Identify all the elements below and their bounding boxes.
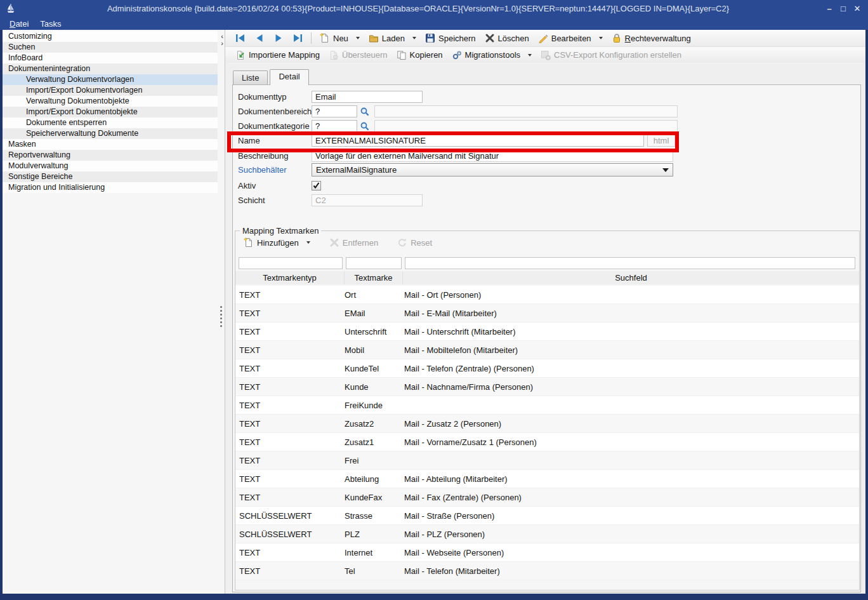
suchbehaelter-dropdown[interactable]: ExternalMailSignature [312, 163, 673, 177]
migrationstools-button[interactable]: Migrationstools [447, 49, 536, 62]
filter-suchfeld-input[interactable] [405, 257, 855, 269]
dropdown-caret-icon[interactable] [356, 37, 360, 39]
sidebar-item-dokumentenintegration[interactable]: Dokumentenintegration [3, 63, 218, 74]
dropdown-caret-icon[interactable] [412, 37, 416, 39]
column-header-textmarke[interactable]: Textmarke [345, 271, 403, 284]
table-row[interactable]: TEXTAbteilungMail - Abteilung (Mitarbeit… [235, 470, 859, 488]
dokumentenbereich-field[interactable]: ? [312, 105, 357, 117]
table-row[interactable]: SCHLÜSSELWERTStrasseMail - Straße (Perso… [235, 507, 859, 525]
nav-last-button[interactable] [288, 32, 307, 44]
loeschen-button[interactable]: Löschen [480, 32, 534, 44]
menu-item-datei[interactable]: Datei [4, 18, 34, 30]
mapping-textmarken-group: Mapping Textmarken HinzufügenEntfernenRe… [235, 230, 860, 590]
table-row[interactable]: TEXTUnterschriftMail - Unterschrift (Mit… [235, 323, 859, 341]
table-row[interactable]: TEXTFrei [235, 451, 859, 470]
table-row[interactable]: TEXTFreiKunde [235, 396, 859, 415]
sidebar-nav-list: CustomizingSuchenInfoBoardDokumenteninte… [3, 31, 218, 193]
lookup-magnifier-icon[interactable] [360, 107, 370, 117]
hinzufuegen-button[interactable]: Hinzufügen [239, 236, 315, 249]
sidebar-item-suchen[interactable]: Suchen [3, 42, 218, 53]
add-doc-icon [244, 237, 254, 248]
nav-prev-button[interactable] [250, 32, 269, 44]
dokumenttyp-field[interactable]: Email [312, 91, 423, 103]
form-row-name: Name EXTERNALMAILSIGNATURE html [238, 134, 675, 147]
kopieren-button[interactable]: Kopieren [392, 49, 447, 62]
toolbar-button-label: Importiere Mapping [249, 50, 320, 60]
toolbar-button-label: Entfernen [343, 238, 378, 248]
table-row[interactable]: TEXTTelMail - Telefon (Mitarbeiter) [235, 562, 859, 580]
sidebar-item-masken[interactable]: Masken [3, 139, 218, 150]
nav-prev-icon [254, 33, 265, 43]
table-row[interactable]: TEXTKundeTelMail - Telefon (Zentrale) (P… [235, 359, 859, 378]
splitter-handle[interactable] [219, 304, 223, 329]
sidebar-item-dokumente-entsperren[interactable]: Dokumente entsperren [3, 117, 218, 128]
sidebar-item-modulverwaltung[interactable]: Modulverwaltung [3, 161, 218, 171]
textmarkentyp-cell: TEXT [235, 309, 345, 318]
tab-liste[interactable]: Liste [233, 70, 268, 84]
form-row-aktiv: Aktiv [238, 179, 321, 192]
sidebar-item-reportverwaltung[interactable]: Reportverwaltung [3, 150, 218, 161]
filter-textmarke-input[interactable] [346, 257, 402, 269]
dokumenttyp-label: Dokumenttyp [238, 92, 312, 102]
nav-next-button[interactable] [269, 32, 288, 44]
table-row[interactable]: TEXTZusatz2Mail - Zusatz 2 (Personen) [235, 415, 859, 433]
minimize-button[interactable]: – [824, 3, 835, 15]
table-row[interactable]: TEXTInternetMail - Webseite (Personen) [235, 543, 859, 562]
table-row[interactable]: TEXTEMailMail - E-Mail (Mitarbeiter) [235, 304, 859, 323]
rechteverwaltung-button[interactable]: Rechteverwaltung [607, 32, 695, 44]
sidebar-item-verwaltung-dokumentvorlagen[interactable]: Verwaltung Dokumentvorlagen [3, 74, 218, 85]
lookup-magnifier-icon[interactable] [360, 121, 370, 131]
textmarke-cell: Strasse [345, 511, 403, 521]
laden-button[interactable]: Laden [364, 32, 421, 44]
dokumentkategorie-field[interactable]: ? [312, 120, 357, 132]
sidebar-item-customizing[interactable]: Customizing [3, 31, 218, 42]
textmarkentyp-cell: TEXT [235, 437, 345, 447]
table-row[interactable]: TEXTMobilMail - Mobiltelefon (Mitarbeite… [235, 341, 859, 359]
column-header-suchfeld[interactable]: Suchfeld [403, 271, 859, 284]
sidebar-item-verwaltung-dokumentobjekte[interactable]: Verwaltung Dokumentobjekte [3, 96, 218, 107]
maximize-button[interactable]: □ [838, 3, 849, 15]
table-row[interactable]: TEXTKundeFaxMail - Fax (Zentrale) (Perso… [235, 488, 859, 507]
sidebar-item-import-export-dokumentobjekte[interactable]: Import/Export Dokumentobjekte [3, 107, 218, 117]
delete-x-icon [485, 33, 495, 43]
importiere-mapping-button[interactable]: Importiere Mapping [231, 49, 324, 62]
table-row[interactable]: TEXTKundeMail - Nachname/Firma (Personen… [235, 378, 859, 396]
sidebar-item-sonstige-bereiche[interactable]: Sonstige Bereiche [3, 171, 218, 182]
column-header-textmarkentyp[interactable]: Textmarkentyp [235, 271, 345, 284]
csv-export-button: CSV-Export Konfiguration erstellen [536, 49, 686, 62]
entfernen-button: Entfernen [325, 236, 383, 249]
suchfeld-cell: Mail - E-Mail (Mitarbeiter) [403, 309, 859, 318]
bearbeiten-button[interactable]: Bearbeiten [534, 32, 607, 44]
dropdown-caret-icon[interactable] [599, 37, 603, 39]
filter-textmarkentyp-input[interactable] [239, 257, 343, 269]
table-row[interactable]: TEXTOrtMail - Ort (Personen) [235, 286, 859, 304]
sidebar-item-speicherverwaltung-dokumente[interactable]: Speicherverwaltung Dokumente [3, 128, 218, 139]
sidebar-item-infoboard[interactable]: InfoBoard [3, 53, 218, 63]
neu-button[interactable]: Neu [315, 32, 364, 44]
suchfeld-cell: Mail - Nachname/Firma (Personen) [403, 382, 859, 392]
form-row-dokumentenbereich: Dokumentenbereich ? [238, 105, 678, 118]
suchfeld-cell: Mail - Vorname/Zusatz 1 (Personen) [403, 437, 859, 447]
dropdown-caret-icon[interactable] [306, 241, 310, 244]
sidebar-item-migration-und-initialisierung[interactable]: Migration und Initialisierung [3, 182, 218, 193]
table-row[interactable]: TEXTZusatz1Mail - Vorname/Zusatz 1 (Pers… [235, 433, 859, 451]
nav-next-icon [273, 33, 284, 43]
toolbar-button-label: Kopieren [410, 50, 443, 60]
dropdown-caret-icon[interactable] [528, 54, 532, 57]
nav-first-button[interactable] [231, 32, 250, 44]
tab-detail[interactable]: Detail [270, 69, 308, 85]
menu-item-tasks[interactable]: Tasks [34, 18, 67, 30]
sidebar-item-import-export-dokumentvorlagen[interactable]: Import/Export Dokumentvorlagen [3, 85, 218, 96]
beschreibung-field[interactable]: Vorlage für den externen Mailversand mit… [312, 150, 673, 162]
aktiv-checkbox[interactable] [312, 181, 321, 190]
speichern-button[interactable]: Speichern [421, 32, 480, 44]
textmarke-cell: Tel [345, 566, 403, 576]
textmarke-cell: Frei [345, 456, 403, 465]
dokumentenbereich-name-field [374, 105, 678, 117]
table-row[interactable]: SCHLÜSSELWERTPLZMail - PLZ (Personen) [235, 525, 859, 543]
table-header-row: Textmarkentyp Textmarke Suchfeld [235, 271, 859, 284]
form-row-beschreibung: Beschreibung Vorlage für den externen Ma… [238, 149, 673, 163]
name-field[interactable]: EXTERNALMAILSIGNATURE [312, 135, 644, 147]
close-button[interactable]: ✕ [852, 3, 863, 15]
detail-panel: Dokumenttyp Email Dokumentenbereich ? Do… [232, 84, 861, 592]
